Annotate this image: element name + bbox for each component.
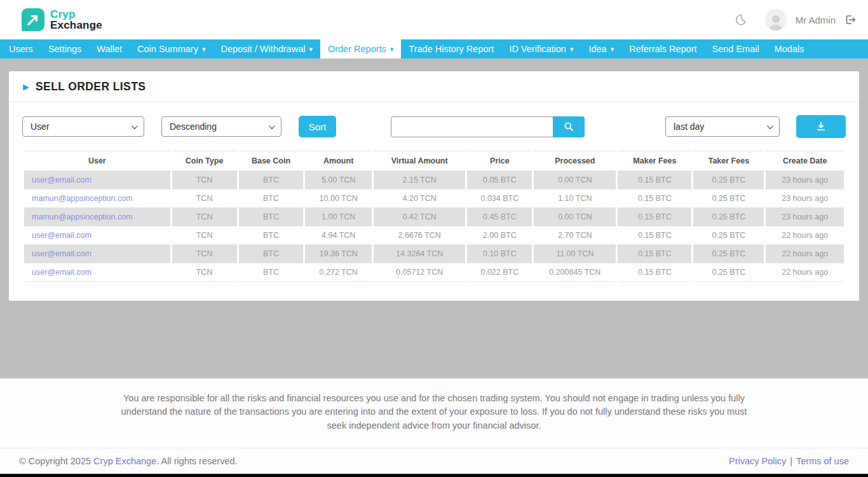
- page-title: SELL ORDER LISTS: [36, 80, 146, 93]
- search-input[interactable]: [391, 116, 553, 137]
- nav-item-referrals-report[interactable]: Referrals Report: [621, 39, 704, 59]
- nav-label: Users: [9, 44, 33, 54]
- nav-label: Send Email: [712, 44, 759, 54]
- privacy-policy-link[interactable]: Privacy Policy: [729, 456, 786, 466]
- user-menu[interactable]: Mr Admin: [796, 15, 836, 25]
- cell-create-date: 23 hours ago: [766, 190, 844, 208]
- chevron-down-icon: [132, 123, 138, 129]
- cell-taker-fees: 0.25 BTC: [693, 245, 764, 263]
- cell-user: mamun@appsinception.com: [24, 208, 170, 226]
- cell-create-date: 23 hours ago: [766, 208, 844, 226]
- user-email-link[interactable]: user@email.com: [32, 176, 92, 184]
- brand-name: Cryp Exchange: [50, 9, 102, 31]
- logout-icon: [844, 14, 857, 25]
- table-row: mamun@appsinception.com TCN BTC 1.00 TCN…: [24, 208, 844, 226]
- cell-price: 0.022 BTC: [467, 263, 532, 282]
- sort-field-select[interactable]: User: [22, 116, 144, 137]
- cell-taker-fees: 0.25 BTC: [693, 190, 764, 208]
- user-email-link[interactable]: user@email.com: [32, 268, 92, 277]
- cell-processed: 2.70 TCN: [534, 226, 616, 245]
- cell-create-date: 22 hours ago: [766, 245, 844, 263]
- brand-logo[interactable]: Cryp Exchange: [22, 8, 102, 31]
- cell-create-date: 22 hours ago: [766, 263, 844, 282]
- cell-create-date: 23 hours ago: [766, 171, 844, 190]
- col-header-create-date: Create Date: [766, 151, 844, 171]
- cell-user: mamun@appsinception.com: [24, 190, 170, 208]
- terms-of-use-link[interactable]: Terms of use: [796, 456, 849, 466]
- table-row: user@email.com TCN BTC 19.36 TCN 14.3264…: [24, 245, 844, 263]
- copyright-text: © Copyright 2025 Cryp Exchange. All righ…: [19, 456, 238, 466]
- cell-price: 0.10 BTC: [467, 245, 532, 263]
- nav-item-id-verification[interactable]: ID Verification▾: [501, 39, 581, 59]
- brand-name-top: Cryp: [50, 9, 102, 20]
- nav-label: Idea: [588, 44, 606, 54]
- col-header-virtual-amount: Virtual Amount: [374, 151, 465, 171]
- cell-maker-fees: 0.15 BTC: [618, 226, 691, 245]
- download-button[interactable]: [796, 115, 846, 138]
- nav-item-modals[interactable]: Modals: [767, 39, 812, 59]
- brand-name-bottom: Exchange: [50, 20, 102, 31]
- cell-processed: 1.10 TCN: [534, 190, 616, 208]
- nav-item-wallet[interactable]: Wallet: [89, 39, 130, 59]
- cell-base-coin: BTC: [239, 208, 304, 226]
- cell-amount: 10.00 TCN: [305, 190, 371, 208]
- col-header-price: Price: [467, 151, 532, 171]
- cell-user: user@email.com: [24, 263, 170, 282]
- cell-base-coin: BTC: [239, 245, 304, 263]
- caret-down-icon: ▾: [570, 46, 574, 53]
- user-email-link[interactable]: mamun@appsinception.com: [32, 212, 133, 221]
- nav-label: Settings: [48, 44, 81, 54]
- cell-virtual-amount: 2.6676 TCN: [374, 226, 465, 245]
- cell-processed: 11.00 TCN: [534, 245, 616, 263]
- cell-user: user@email.com: [24, 245, 170, 263]
- cell-processed: 0.00 TCN: [534, 208, 616, 226]
- cell-virtual-amount: 4.20 TCN: [374, 190, 465, 208]
- caret-down-icon: ▾: [390, 46, 394, 53]
- nav-item-order-reports[interactable]: Order Reports▾: [320, 39, 401, 59]
- sell-orders-card: ▶ SELL ORDER LISTS User Descending Sort: [9, 71, 859, 301]
- cell-user: user@email.com: [24, 226, 170, 245]
- cell-maker-fees: 0.15 BTC: [618, 208, 691, 226]
- sort-field-value: User: [31, 121, 50, 132]
- search-button[interactable]: [553, 116, 585, 137]
- cell-create-date: 22 hours ago: [766, 226, 844, 245]
- filter-toolbar: User Descending Sort: [9, 102, 859, 142]
- cell-maker-fees: 0.15 BTC: [618, 263, 691, 282]
- copyright-brand-link[interactable]: Cryp Exchange: [93, 456, 156, 466]
- download-icon: [816, 121, 826, 132]
- user-email-link[interactable]: user@email.com: [32, 231, 92, 240]
- chevron-down-icon: [269, 123, 275, 129]
- cell-price: 2.00 BTC: [467, 226, 532, 245]
- user-email-link[interactable]: user@email.com: [32, 249, 92, 258]
- cell-coin-type: TCN: [172, 171, 237, 190]
- cell-base-coin: BTC: [239, 263, 304, 282]
- table-row: mamun@appsinception.com TCN BTC 10.00 TC…: [24, 190, 844, 208]
- col-header-amount: Amount: [305, 151, 371, 171]
- cell-maker-fees: 0.15 BTC: [618, 171, 691, 190]
- bottom-strip: [0, 474, 868, 477]
- cell-virtual-amount: 0.42 TCN: [374, 208, 465, 226]
- nav-item-idea[interactable]: Idea▾: [581, 39, 621, 59]
- footer-links: Privacy Policy | Terms of use: [729, 456, 849, 466]
- user-email-link[interactable]: mamun@appsinception.com: [32, 194, 133, 203]
- sort-direction-select[interactable]: Descending: [161, 116, 281, 137]
- link-separator: |: [790, 456, 792, 466]
- cell-processed: 0.00 TCN: [534, 171, 616, 190]
- dark-mode-toggle[interactable]: [735, 13, 747, 26]
- sort-button[interactable]: Sort: [299, 116, 336, 137]
- nav-item-settings[interactable]: Settings: [41, 39, 89, 59]
- nav-item-send-email[interactable]: Send Email: [705, 39, 767, 59]
- cell-virtual-amount: 14.3264 TCN: [374, 245, 465, 263]
- logout-button[interactable]: [844, 14, 857, 25]
- cell-amount: 19.36 TCN: [305, 245, 371, 263]
- nav-item-deposit-withdrawal[interactable]: Deposit / Withdrawal▾: [213, 39, 320, 59]
- nav-label: Trade History Report: [409, 44, 494, 54]
- orders-table: User Coin Type Base Coin Amount Virtual …: [22, 151, 846, 282]
- nav-item-trade-history-report[interactable]: Trade History Report: [401, 39, 501, 59]
- nav-item-users[interactable]: Users: [1, 39, 41, 59]
- nav-item-coin-summary[interactable]: Coin Summary▾: [130, 39, 213, 59]
- avatar[interactable]: [765, 9, 787, 31]
- brand-logo-icon: [22, 8, 44, 31]
- caret-down-icon: ▾: [202, 46, 206, 53]
- date-range-select[interactable]: last day: [665, 116, 780, 137]
